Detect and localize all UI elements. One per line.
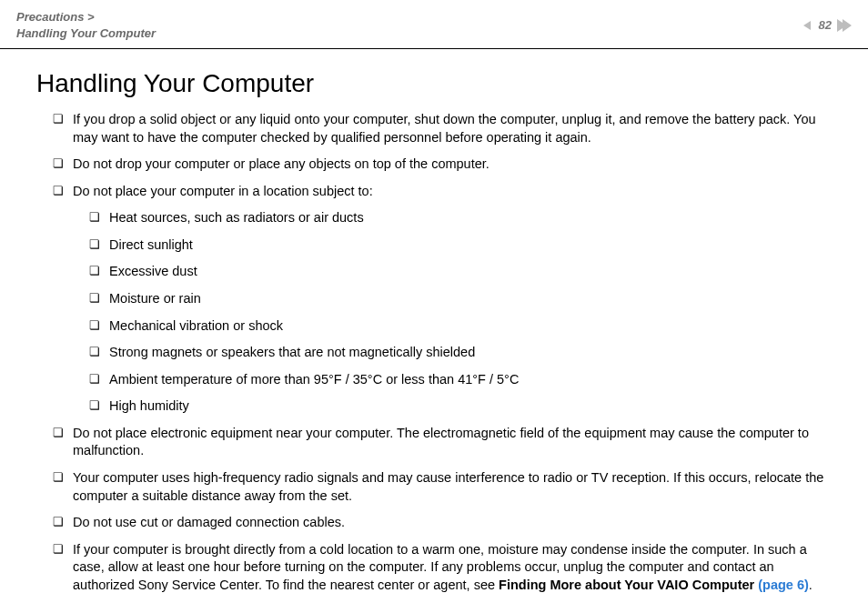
svg-marker-1 bbox=[837, 19, 852, 32]
list-item: High humidity bbox=[89, 397, 832, 416]
list-item-text: Mechanical vibration or shock bbox=[109, 318, 283, 333]
page-link[interactable]: (page 6) bbox=[758, 578, 809, 592]
page-content: Handling Your Computer If you drop a sol… bbox=[0, 49, 868, 594]
list-item-text: Excessive dust bbox=[109, 264, 197, 278]
breadcrumb-current: Handling Your Computer bbox=[16, 25, 156, 42]
list-item: If you drop a solid object or any liquid… bbox=[53, 111, 832, 146]
list-item-text: Moisture or rain bbox=[109, 291, 201, 306]
list-item: Moisture or rain bbox=[89, 290, 832, 308]
list-item-text: Do not place your computer in a location… bbox=[73, 184, 373, 198]
list-item: Strong magnets or speakers that are not … bbox=[89, 344, 832, 362]
svg-marker-0 bbox=[803, 21, 811, 30]
list-item: Direct sunlight bbox=[89, 236, 832, 255]
breadcrumb: Precautions > Handling Your Computer bbox=[16, 9, 156, 41]
list-item: Heat sources, such as radiators or air d… bbox=[89, 209, 832, 227]
list-item: Do not drop your computer or place any o… bbox=[53, 156, 832, 174]
list-item: Mechanical vibration or shock bbox=[89, 317, 832, 336]
list-item-text: Your computer uses high-frequency radio … bbox=[73, 470, 823, 503]
list-item-text: Heat sources, such as radiators or air d… bbox=[109, 210, 364, 225]
cross-reference-title: Finding More about Your VAIO Computer bbox=[499, 578, 758, 592]
list-item-text: If you drop a solid object or any liquid… bbox=[73, 112, 816, 145]
list-item: Excessive dust bbox=[89, 263, 832, 281]
list-item-text: High humidity bbox=[109, 398, 189, 413]
breadcrumb-parent: Precautions > bbox=[16, 9, 156, 25]
page-header: Precautions > Handling Your Computer 82 bbox=[0, 0, 868, 49]
list-item-text: Strong magnets or speakers that are not … bbox=[109, 345, 475, 359]
list-item: Do not use cut or damaged connection cab… bbox=[53, 514, 832, 532]
list-item: Your computer uses high-frequency radio … bbox=[53, 469, 832, 505]
page-title: Handling Your Computer bbox=[36, 69, 832, 98]
sub-list: Heat sources, such as radiators or air d… bbox=[73, 209, 832, 416]
list-item: Do not place electronic equipment near y… bbox=[53, 425, 832, 460]
list-item-text: Do not use cut or damaged connection cab… bbox=[73, 515, 345, 529]
precautions-list: If you drop a solid object or any liquid… bbox=[36, 111, 832, 594]
list-item-text: Do not place electronic equipment near y… bbox=[73, 426, 809, 458]
prev-page-icon[interactable] bbox=[802, 20, 813, 31]
list-item-text: Do not drop your computer or place any o… bbox=[73, 156, 490, 171]
list-item-text: Direct sunlight bbox=[109, 237, 193, 252]
list-item: Do not place your computer in a location… bbox=[53, 183, 832, 416]
pager: 82 bbox=[802, 9, 852, 32]
list-item: If your computer is brought directly fro… bbox=[53, 541, 832, 595]
list-item-text: . bbox=[809, 578, 812, 592]
page-number: 82 bbox=[819, 18, 832, 32]
list-item: Ambient temperature of more than 95°F / … bbox=[89, 371, 832, 389]
list-item-text: Ambient temperature of more than 95°F / … bbox=[109, 372, 519, 387]
next-page-icon[interactable] bbox=[837, 19, 852, 32]
